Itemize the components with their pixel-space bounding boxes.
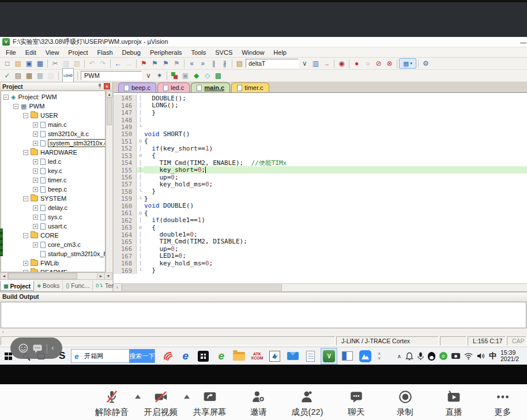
- tree-item-usart.c[interactable]: +usart.c: [1, 222, 105, 231]
- search-submit-button[interactable]: 搜索一下: [129, 349, 155, 363]
- save-icon[interactable]: ▣: [24, 58, 35, 69]
- manage-rte-icon[interactable]: [169, 70, 180, 81]
- more-button[interactable]: 更多: [482, 388, 524, 418]
- ie-green-icon[interactable]: e: [212, 347, 230, 365]
- open-file-icon[interactable]: ▤: [13, 58, 24, 69]
- navigate-back-icon[interactable]: ←: [112, 58, 123, 69]
- qq-penguin-icon[interactable]: [428, 352, 435, 361]
- batch-build-icon[interactable]: ▩: [35, 70, 46, 81]
- emoji-reaction-icon[interactable]: [18, 343, 28, 353]
- code-line-161[interactable]: 161⊟{: [114, 209, 527, 216]
- pack-installer-icon[interactable]: ◆: [191, 70, 202, 81]
- editor-hscroll-track[interactable]: [122, 284, 527, 291]
- code-line-153[interactable]: 153⊟ {: [114, 152, 527, 159]
- editor-hscroll-thumb[interactable]: [122, 284, 282, 291]
- tree-item-FWLib[interactable]: +FWLib: [1, 258, 105, 268]
- tree-item-README[interactable]: +README: [1, 268, 105, 272]
- menu-help[interactable]: Help: [269, 47, 291, 58]
- wave-app-icon[interactable]: [159, 347, 176, 365]
- tree-item-led.c[interactable]: +led.c: [1, 157, 105, 166]
- tree-item-delay.c[interactable]: +delay.c: [1, 203, 105, 212]
- uncomment-selection-icon[interactable]: ∦: [219, 58, 230, 69]
- scroll-left-icon[interactable]: ◄: [1, 273, 8, 279]
- indent-icon[interactable]: »: [197, 58, 208, 69]
- start-debug-session-icon[interactable]: ◉: [336, 58, 347, 69]
- code-line-152[interactable]: 152│ if(key_short==1): [114, 145, 527, 152]
- navigate-forward-icon[interactable]: →: [123, 58, 134, 69]
- record-button[interactable]: 录制: [385, 388, 426, 418]
- green-tray-icon[interactable]: e: [439, 352, 447, 360]
- find-dropdown-icon[interactable]: ∨: [299, 58, 310, 69]
- hscroll-track[interactable]: [8, 273, 97, 279]
- tree-item-key.c[interactable]: +key.c: [1, 166, 105, 175]
- ms-store-icon[interactable]: [194, 347, 212, 365]
- tree-item-CORE[interactable]: −CORE: [1, 231, 105, 240]
- minimize-button[interactable]: —: [520, 39, 526, 46]
- tree-item-HARDWARE[interactable]: −HARDWARE: [1, 148, 105, 157]
- code-line-145[interactable]: 145│ DOUBLE();: [114, 95, 527, 102]
- scroll-left-icon[interactable]: ‹: [114, 284, 122, 291]
- code-line-151[interactable]: 151⊟{: [114, 138, 527, 145]
- cut-icon[interactable]: ✂: [50, 58, 61, 69]
- menu-svcs[interactable]: SVCS: [210, 47, 237, 58]
- find-combo-input[interactable]: deltaT: [246, 59, 299, 68]
- tree-item-startup_stm32f10x_hd.[interactable]: startup_stm32f10x_hd.: [1, 249, 105, 258]
- code-line-154[interactable]: 154│ TIM_Cmd(TIM2, ENABLE); //使能TIMx: [114, 159, 527, 166]
- disable-breakpoint-icon[interactable]: ⊘: [373, 58, 384, 69]
- code-line-163[interactable]: 163⊟ {: [114, 224, 527, 231]
- menu-peripherals[interactable]: Peripherals: [145, 47, 187, 58]
- software-packs-icon[interactable]: ◇: [202, 70, 213, 81]
- build-output-scrollbar[interactable]: ‹: [0, 328, 527, 335]
- menu-tools[interactable]: Tools: [187, 47, 211, 58]
- code-line-150[interactable]: 150void SHORT(): [114, 130, 527, 137]
- notepad-app-icon[interactable]: [302, 347, 319, 365]
- tray-microphone-icon[interactable]: [417, 352, 424, 361]
- redo-icon[interactable]: ↷: [97, 58, 108, 69]
- tree-item-stm32f10x_it.c[interactable]: +stm32f10x_it.c: [1, 129, 105, 138]
- bookmark-clear-icon[interactable]: ⚑: [171, 58, 182, 69]
- speaker-icon[interactable]: [477, 352, 485, 359]
- bookmark-toggle-icon[interactable]: ⚑: [138, 58, 149, 69]
- project-tree-hscrollbar[interactable]: ◄ ► ▼: [0, 272, 112, 280]
- bird-app-icon[interactable]: [266, 347, 284, 365]
- ime-indicator[interactable]: 中: [489, 351, 496, 361]
- target-select[interactable]: PWM: [81, 71, 142, 80]
- boards-icon[interactable]: ▩: [213, 70, 224, 81]
- vscroll-thumb[interactable]: [107, 97, 112, 125]
- kill-breakpoints-icon[interactable]: ⊗: [384, 58, 395, 69]
- editor-hscrollbar[interactable]: ‹: [114, 283, 527, 291]
- code-line-158[interactable]: 158└ }: [114, 188, 527, 195]
- menu-flash[interactable]: Flash: [93, 47, 118, 58]
- code-line-162[interactable]: 162│ if(double1==1): [114, 216, 527, 223]
- code-line-168[interactable]: 168│ key_hold_ms=0;: [114, 260, 527, 267]
- build-icon[interactable]: ▤: [13, 70, 24, 81]
- close-panel-button[interactable]: ×: [104, 83, 110, 89]
- rebuild-all-icon[interactable]: ▦: [24, 70, 35, 81]
- chat-bubble-icon[interactable]: [32, 344, 43, 353]
- menu-project[interactable]: Project: [63, 47, 92, 58]
- tray-expand-icon[interactable]: ∧: [397, 353, 401, 359]
- code-line-148[interactable]: 148│: [114, 116, 527, 123]
- window-layout-icon[interactable]: ▦▾: [399, 58, 416, 69]
- tree-item-USER[interactable]: −USER: [1, 111, 105, 120]
- tree-item-core_cm3.c[interactable]: +core_cm3.c: [1, 240, 105, 249]
- edge-browser-icon[interactable]: e: [176, 347, 194, 365]
- code-line-155[interactable]: 155│ key_short=0;: [114, 166, 527, 173]
- editor-tab-main.c[interactable]: main.c: [191, 82, 230, 92]
- share-screen-button[interactable]: 共享屏幕: [189, 388, 231, 418]
- code-editor[interactable]: 145│ DOUBLE();146│ LONG();147│ }148│149└…: [114, 93, 527, 283]
- tree-item-SYSTEM[interactable]: −SYSTEM: [1, 194, 105, 203]
- menu-edit[interactable]: Edit: [21, 47, 41, 58]
- scroll-up-icon[interactable]: ▲: [106, 91, 112, 97]
- members-button[interactable]: 成员(22): [287, 388, 328, 418]
- tree-item-beep.c[interactable]: +beep.c: [1, 185, 105, 194]
- meeting-quickbar-overlay[interactable]: ‹: [10, 337, 62, 359]
- live-stream-button[interactable]: 直播: [433, 388, 475, 418]
- configure-target-icon[interactable]: ⚙: [420, 58, 431, 69]
- bookmark-prev-icon[interactable]: ⚑: [160, 58, 171, 69]
- bookmark-next-icon[interactable]: ⚑: [149, 58, 160, 69]
- tray-camera-icon[interactable]: [451, 353, 460, 359]
- tree-item-main.c[interactable]: +main.c: [1, 120, 105, 129]
- code-line-149[interactable]: 149└: [114, 123, 527, 130]
- invite-button[interactable]: 邀请: [238, 388, 279, 418]
